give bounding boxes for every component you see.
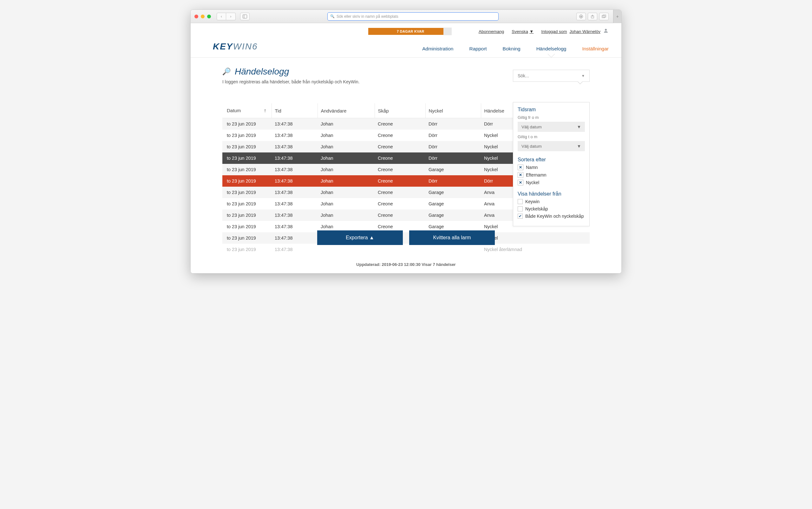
ack-alarms-button[interactable]: Kvittera alla larm: [409, 230, 495, 245]
logo-thin: WIN6: [233, 41, 258, 52]
trial-progress-empty: [443, 28, 452, 35]
filter-sort-title: Sortera efter: [518, 157, 585, 163]
svg-rect-0: [243, 14, 247, 18]
sort-chip-namn[interactable]: ✕ Namn: [518, 165, 585, 170]
history-nav: ‹ ›: [217, 13, 236, 20]
search-placeholder: Sök...: [518, 73, 529, 78]
cell-user: Johan: [317, 152, 375, 164]
cell-tid: 13:47:38: [272, 209, 317, 221]
avatar-icon: [603, 28, 609, 35]
action-buttons: Exportera ▲ Kvittera alla larm: [317, 230, 495, 245]
tabs-button[interactable]: [599, 13, 609, 20]
downloads-button[interactable]: [576, 13, 586, 20]
export-button[interactable]: Exportera ▲: [317, 230, 403, 245]
url-bar: 🔍 Sök eller skriv in namn på webbplats: [252, 12, 574, 21]
cell-tid: 13:47:38: [272, 164, 317, 175]
checkbox[interactable]: [518, 199, 523, 204]
col-tid[interactable]: Tid: [272, 103, 317, 118]
page: 7 DAGAR KVAR Abonnemang Svenska ▼ Inlogg…: [191, 23, 621, 273]
cell-datum: to 23 jun 2019: [222, 141, 272, 152]
cell-skap: Creone: [375, 175, 425, 187]
remove-chip-icon[interactable]: ✕: [518, 165, 523, 170]
minimize-window-icon[interactable]: [201, 14, 205, 19]
search-dropdown[interactable]: Sök... ▼: [513, 70, 590, 82]
nav-rapport[interactable]: Rapport: [469, 46, 487, 52]
maximize-window-icon[interactable]: [207, 14, 211, 19]
sort-chip-efternamn[interactable]: ✕ Efternamn: [518, 172, 585, 178]
source-label: Keywin: [525, 199, 539, 204]
date-to-placeholder: Välj datum: [522, 144, 542, 149]
cell-skap: [375, 244, 425, 255]
cell-datum: to 23 jun 2019: [222, 152, 272, 164]
nav-administration[interactable]: Administration: [422, 46, 453, 52]
subscription-link[interactable]: Abonnemang: [479, 29, 504, 34]
cell-tid: 13:47:38: [272, 130, 317, 141]
cell-skap: Creone: [375, 187, 425, 198]
share-button[interactable]: [588, 13, 597, 20]
user-prefix: Inloggad som: [541, 29, 567, 34]
top-strip: 7 DAGAR KVAR Abonnemang Svenska ▼ Inlogg…: [191, 23, 621, 38]
cell-nyckel: Garage: [425, 187, 481, 198]
cell-skap: Creone: [375, 198, 425, 209]
main-nav: Administration Rapport Bokning Händelsel…: [422, 46, 609, 57]
cell-skap: Creone: [375, 209, 425, 221]
cell-tid: 13:47:38: [272, 232, 317, 244]
tabs-icon: [602, 14, 606, 19]
sort-chip-nyckel[interactable]: ✕ Nyckel: [518, 180, 585, 185]
close-window-icon[interactable]: [194, 14, 198, 19]
date-from-select[interactable]: Välj datum ▼: [518, 122, 585, 132]
language-label: Svenska: [511, 29, 528, 34]
toolbar-right: [576, 13, 609, 20]
url-input[interactable]: 🔍 Sök eller skriv in namn på webbplats: [327, 12, 499, 21]
cell-handelse: Nyckel: [481, 232, 590, 244]
filter-source-title: Visa händelser från: [518, 191, 585, 197]
source-option-keywin[interactable]: Keywin: [518, 199, 585, 204]
logo-bold: KEY: [213, 41, 233, 52]
table-row[interactable]: to 23 jun 201913:47:38Nyckel återlämnad: [222, 244, 590, 255]
date-to-select[interactable]: Välj datum ▼: [518, 141, 585, 151]
cell-tid: 13:47:38: [272, 198, 317, 209]
forward-button[interactable]: ›: [226, 13, 236, 20]
col-nyckel[interactable]: Nyckel: [425, 103, 481, 118]
cell-tid: 13:47:38: [272, 187, 317, 198]
search-icon: 🔍: [330, 14, 335, 19]
cell-user: Johan: [317, 209, 375, 221]
cell-user: Johan: [317, 130, 375, 141]
language-select[interactable]: Svenska ▼: [511, 29, 533, 34]
cell-skap: Creone: [375, 152, 425, 164]
cell-nyckel: Dörr: [425, 118, 481, 130]
col-skap[interactable]: Skåp: [375, 103, 425, 118]
cell-nyckel: Garage: [425, 164, 481, 175]
col-datum[interactable]: Datum↑: [222, 103, 272, 118]
cell-user: Johan: [317, 175, 375, 187]
cell-user: Johan: [317, 164, 375, 175]
nav-installningar[interactable]: Inställningar: [582, 46, 609, 52]
cell-nyckel: Garage: [425, 198, 481, 209]
cell-tid: 13:47:38: [272, 118, 317, 130]
source-option-nyckelskap[interactable]: Nyckelskåp: [518, 206, 585, 211]
sidebar-toggle-button[interactable]: [240, 13, 250, 20]
nav-handelselogg[interactable]: Händelselogg: [536, 46, 566, 52]
cell-nyckel: Dörr: [425, 152, 481, 164]
cell-datum: to 23 jun 2019: [222, 232, 272, 244]
cell-datum: to 23 jun 2019: [222, 198, 272, 209]
logged-in-user[interactable]: Inloggad som Johan Wärnelöv: [541, 28, 609, 35]
cell-skap: Creone: [375, 141, 425, 152]
back-button[interactable]: ‹: [217, 13, 226, 20]
checkbox[interactable]: [518, 206, 523, 211]
remove-chip-icon[interactable]: ✕: [518, 180, 523, 185]
nav-bokning[interactable]: Bokning: [503, 46, 521, 52]
source-option-both[interactable]: Både KeyWin och nyckelskåp: [518, 214, 585, 219]
sidebar-icon: [243, 14, 247, 19]
trial-badge: 7 DAGAR KVAR: [368, 28, 452, 35]
cell-handelse: Nyckel återlämnad: [481, 244, 590, 255]
new-tab-button[interactable]: +: [613, 10, 621, 23]
checkbox-checked[interactable]: [518, 214, 523, 219]
filter-from-label: Giltig fr o m: [518, 115, 585, 120]
cell-tid: 13:47:38: [272, 175, 317, 187]
col-andvandare[interactable]: Andvändare: [317, 103, 375, 118]
filter-to-label: Giltig t o m: [518, 134, 585, 139]
cell-user: Johan: [317, 198, 375, 209]
remove-chip-icon[interactable]: ✕: [518, 172, 523, 178]
browser-window: ‹ › 🔍 Sök eller skriv in namn på webbpla…: [190, 9, 622, 273]
